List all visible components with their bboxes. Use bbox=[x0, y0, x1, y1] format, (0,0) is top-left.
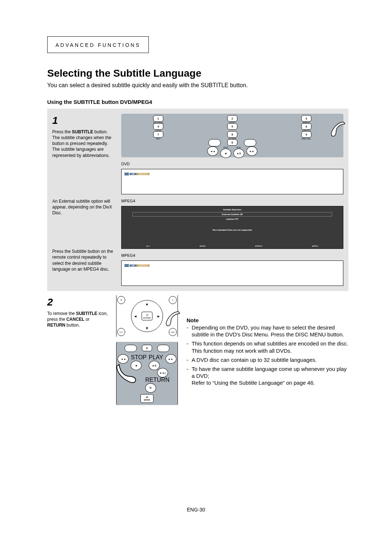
thumb-icon bbox=[159, 310, 180, 332]
manual-page: ADVANCED FUNCTIONS Selecting the Subtitl… bbox=[0, 0, 392, 538]
step-1-block: 1 Press the SUBTITLE button. The subtitl… bbox=[47, 109, 348, 291]
notes-block: Note Depending on the DVD, you may have … bbox=[185, 317, 348, 405]
step-1-text: 1 Press the SUBTITLE button. The subtitl… bbox=[52, 114, 114, 286]
sub-heading: Using the SUBTITLE button DVD/MPEG4 bbox=[47, 99, 348, 105]
step-2-row: 2 To remove the SUBTITLE icon, press the… bbox=[47, 295, 348, 405]
mpeg4b-subtitle-tag: SUBTITLE bbox=[136, 264, 150, 267]
remote-btn-play: ►II bbox=[233, 149, 244, 158]
mpeg4b-label: MPEG4 bbox=[121, 253, 343, 258]
section-label: ADVANCED FUNCTIONS bbox=[56, 42, 140, 48]
step-1-graphics: 1DISC MENU 2AUDIO 3REPEAT 4ZOOM 5 6SUBTI… bbox=[121, 114, 343, 286]
remote-lower-illustration: 0 ◄◄ STOP■ PLAY►II ►► ►►| RETURN ↻ bbox=[116, 342, 178, 405]
mpeg4-enter: Enter bbox=[200, 245, 205, 247]
thumb-icon bbox=[114, 364, 143, 393]
remote-btn-blank-r bbox=[244, 139, 256, 146]
mpeg4-menu-title: Subtitle Selection bbox=[122, 209, 343, 211]
remote-btn-9: 9 bbox=[301, 131, 311, 138]
dvd-subtitle-tag: SUBTITLE bbox=[136, 173, 150, 175]
mpeg4b-off-label: Off bbox=[130, 264, 136, 267]
remote-btn-1: 1 bbox=[153, 115, 163, 122]
remote-btn-3: 3 bbox=[301, 115, 311, 122]
mpeg4b-subtitle-bar: Off SUBTITLE bbox=[124, 264, 150, 267]
page-number: ENG-30 bbox=[0, 507, 392, 513]
remote-btn-tr: ↻ bbox=[169, 296, 177, 304]
remote-nav-illustration: ☰ ↻ EXIT CANC ◄ ► ▲ ▼ ⏎ ENTER bbox=[116, 295, 178, 337]
remote-btn-enter2: ⏎ ENTER bbox=[140, 394, 154, 403]
thumb-icon bbox=[324, 120, 346, 142]
remote-btn-blank-r2 bbox=[157, 345, 170, 352]
remote-btn-exit: EXIT bbox=[117, 328, 125, 336]
notes-heading: Note bbox=[187, 317, 348, 323]
remote-btn-4: 4 bbox=[153, 123, 163, 130]
remote-btn-enter: ⏎ ENTER bbox=[142, 312, 152, 320]
arrow-up-icon: ▲ bbox=[145, 302, 149, 306]
dvd-screen: Off SUBTITLE bbox=[121, 169, 343, 194]
remote-btn-next2: ►► bbox=[166, 354, 176, 364]
remote-btn-8: 8 bbox=[227, 131, 237, 138]
mpeg4-nav-icon: ▪▫▪ bbox=[146, 245, 150, 247]
mpeg4b-screen: Off SUBTITLE bbox=[121, 260, 343, 286]
step-1-mpeg4b-para: Press the Subtitle button on the remote … bbox=[52, 248, 114, 272]
remote-btn-5: 5 bbox=[227, 123, 237, 130]
remote-btn-6: 6 bbox=[301, 123, 311, 130]
remote-btn-0: 0 bbox=[227, 139, 237, 146]
step-2-text: 2 To remove the SUBTITLE icon, press the… bbox=[47, 295, 109, 405]
remote-btn-next: ►► bbox=[246, 146, 257, 156]
mpeg4-return: Return bbox=[255, 245, 262, 247]
page-title: Selecting the Subtitle Language bbox=[47, 68, 348, 79]
remote-illustration: 1DISC MENU 2AUDIO 3REPEAT 4ZOOM 5 6SUBTI… bbox=[121, 114, 343, 157]
remote-btn-skip-next: ►►| bbox=[157, 368, 168, 377]
mpeg4-menu-opt2: readme.TXT bbox=[132, 217, 332, 221]
subtitle-icon bbox=[124, 173, 129, 175]
intro-text: You can select a desired subtitle quickl… bbox=[47, 82, 348, 89]
arrow-left-icon: ◄ bbox=[134, 314, 137, 318]
mpeg4-menu-note: Non-standard fonts are not supported bbox=[122, 229, 343, 231]
remote-btn-tl: ☰ bbox=[117, 296, 125, 304]
dvd-subtitle-bar: Off SUBTITLE bbox=[124, 172, 150, 176]
step-2-graphics: ☰ ↻ EXIT CANC ◄ ► ▲ ▼ ⏎ ENTER bbox=[116, 295, 178, 405]
remote-btn-prev: ◄◄ bbox=[207, 146, 218, 156]
remote-nav-ring: ◄ ► ▲ ▼ ⏎ ENTER bbox=[131, 300, 163, 332]
mpeg4-menu-footer: ▪▫▪ Enter Return Menu bbox=[122, 245, 343, 247]
remote-btn-prev2: ◄◄ bbox=[118, 354, 128, 364]
step-2-number: 2 bbox=[47, 295, 109, 309]
remote-btn-blank-l bbox=[208, 139, 221, 146]
remote-btn-stop: ■ bbox=[220, 149, 231, 158]
dvd-off-label: Off bbox=[130, 173, 136, 175]
remote-btn-7: 7 bbox=[153, 131, 163, 138]
mpeg4-label: MPEG4 bbox=[121, 199, 343, 203]
mpeg4-menu: Menu bbox=[312, 245, 318, 247]
remote-btn-2: 2 bbox=[227, 115, 237, 122]
notes-list: Depending on the DVD, you may have to se… bbox=[187, 324, 348, 387]
step-1-p3: The subtitle languages are represented b… bbox=[52, 146, 114, 158]
step-1-number: 1 bbox=[52, 114, 114, 128]
note-item: This function depends on what subtitles … bbox=[187, 340, 348, 354]
step-2-p1: To remove the SUBTITLE icon, press the C… bbox=[47, 311, 109, 328]
note-item: Depending on the DVD, you may have to se… bbox=[187, 324, 348, 338]
remote-btn-0b: 0 bbox=[142, 345, 152, 351]
remote-btn-blank-l2 bbox=[124, 345, 137, 352]
mpeg4-menu-screen: Subtitle Selection External Subtitle Off… bbox=[121, 206, 343, 249]
mpeg4-menu-opt1: External Subtitle Off bbox=[132, 212, 332, 217]
section-tab: ADVANCED FUNCTIONS bbox=[47, 36, 149, 53]
note-item: To have the same subtitle language come … bbox=[187, 365, 348, 387]
arrow-down-icon: ▼ bbox=[145, 326, 149, 330]
step-1-p2: The subtitle changes when the button is … bbox=[52, 135, 114, 146]
subtitle-icon bbox=[124, 264, 129, 267]
step-1-p1: Press the SUBTITLE button. bbox=[52, 129, 114, 135]
note-item: A DVD disc can contain up to 32 subtitle… bbox=[187, 356, 348, 363]
remote-btn-return: ↻ bbox=[145, 383, 156, 393]
dvd-label: DVD bbox=[121, 162, 343, 166]
step-1-ext-para: An External subtitle option will appear,… bbox=[52, 198, 114, 216]
remote-return-label: RETURN bbox=[145, 377, 170, 383]
